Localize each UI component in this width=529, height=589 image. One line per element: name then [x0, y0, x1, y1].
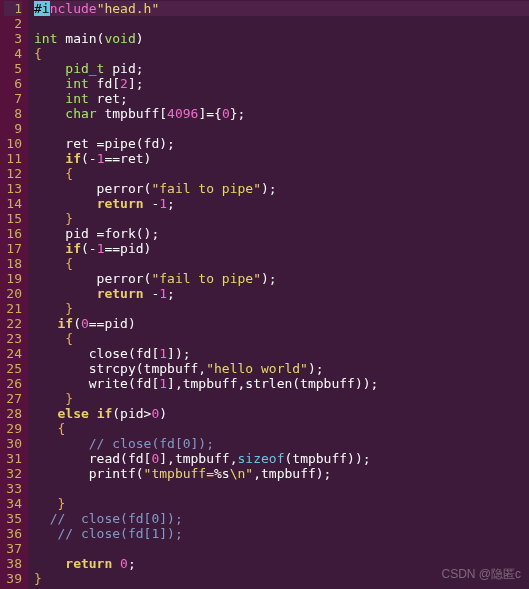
line-number-gutter: 1234567891011121314151617181920212223242… — [0, 0, 28, 589]
line-number: 19 — [4, 271, 22, 286]
code-line[interactable]: // close(fd[1]); — [34, 526, 529, 541]
code-line[interactable]: { — [34, 331, 529, 346]
line-number: 32 — [4, 466, 22, 481]
code-line[interactable] — [34, 121, 529, 136]
line-number: 2 — [4, 16, 22, 31]
code-line[interactable]: close(fd[1]); — [34, 346, 529, 361]
line-number: 20 — [4, 286, 22, 301]
code-line[interactable] — [34, 541, 529, 556]
code-line[interactable]: int ret; — [34, 91, 529, 106]
code-content[interactable]: #include"head.h"int main(void){ pid_t pi… — [28, 0, 529, 589]
line-number: 15 — [4, 211, 22, 226]
code-line[interactable]: pid =fork(); — [34, 226, 529, 241]
code-line[interactable]: char tmpbuff[4096]={0}; — [34, 106, 529, 121]
line-number: 25 — [4, 361, 22, 376]
line-number: 11 — [4, 151, 22, 166]
line-number: 33 — [4, 481, 22, 496]
line-number: 26 — [4, 376, 22, 391]
line-number: 29 — [4, 421, 22, 436]
code-line[interactable]: // close(fd[0]); — [34, 511, 529, 526]
code-line[interactable]: int main(void) — [34, 31, 529, 46]
line-number: 10 — [4, 136, 22, 151]
line-number: 38 — [4, 556, 22, 571]
line-number: 34 — [4, 496, 22, 511]
line-number: 30 — [4, 436, 22, 451]
code-line[interactable]: if(-1==ret) — [34, 151, 529, 166]
code-line[interactable]: // close(fd[0]); — [34, 436, 529, 451]
code-line[interactable]: perror("fail to pipe"); — [34, 181, 529, 196]
line-number: 21 — [4, 301, 22, 316]
line-number: 13 — [4, 181, 22, 196]
line-number: 31 — [4, 451, 22, 466]
code-line[interactable]: read(fd[0],tmpbuff,sizeof(tmpbuff)); — [34, 451, 529, 466]
line-number: 14 — [4, 196, 22, 211]
code-line[interactable]: int fd[2]; — [34, 76, 529, 91]
line-number: 3 — [4, 31, 22, 46]
line-number: 22 — [4, 316, 22, 331]
code-line[interactable]: printf("tmpbuff=%s\n",tmpbuff); — [34, 466, 529, 481]
code-line[interactable]: pid_t pid; — [34, 61, 529, 76]
code-line[interactable]: { — [34, 256, 529, 271]
code-line[interactable] — [34, 481, 529, 496]
line-number: 8 — [4, 106, 22, 121]
line-number: 24 — [4, 346, 22, 361]
code-line[interactable]: if(-1==pid) — [34, 241, 529, 256]
code-line[interactable]: #include"head.h" — [34, 1, 529, 16]
code-line[interactable]: else if(pid>0) — [34, 406, 529, 421]
line-number: 27 — [4, 391, 22, 406]
code-line[interactable]: write(fd[1],tmpbuff,strlen(tmpbuff)); — [34, 376, 529, 391]
line-number: 4 — [4, 46, 22, 61]
line-number: 9 — [4, 121, 22, 136]
line-number: 28 — [4, 406, 22, 421]
code-line[interactable]: } — [34, 211, 529, 226]
code-line[interactable]: } — [34, 301, 529, 316]
line-number: 1 — [4, 1, 22, 16]
code-line[interactable]: strcpy(tmpbuff,"hello world"); — [34, 361, 529, 376]
code-line[interactable]: if(0==pid) — [34, 316, 529, 331]
code-editor[interactable]: 1234567891011121314151617181920212223242… — [0, 0, 529, 589]
line-number: 36 — [4, 526, 22, 541]
code-line[interactable]: } — [34, 496, 529, 511]
line-number: 12 — [4, 166, 22, 181]
line-number: 7 — [4, 91, 22, 106]
code-line[interactable] — [34, 16, 529, 31]
watermark-text: CSDN @隐匿c — [441, 566, 521, 583]
code-line[interactable]: return -1; — [34, 286, 529, 301]
code-line[interactable]: { — [34, 421, 529, 436]
code-line[interactable]: { — [34, 46, 529, 61]
line-number: 17 — [4, 241, 22, 256]
code-line[interactable]: return -1; — [34, 196, 529, 211]
code-line[interactable]: ret =pipe(fd); — [34, 136, 529, 151]
code-line[interactable]: perror("fail to pipe"); — [34, 271, 529, 286]
line-number: 37 — [4, 541, 22, 556]
line-number: 18 — [4, 256, 22, 271]
line-number: 39 — [4, 571, 22, 586]
line-number: 16 — [4, 226, 22, 241]
code-line[interactable]: } — [34, 391, 529, 406]
code-line[interactable]: { — [34, 166, 529, 181]
line-number: 35 — [4, 511, 22, 526]
line-number: 23 — [4, 331, 22, 346]
line-number: 5 — [4, 61, 22, 76]
line-number: 6 — [4, 76, 22, 91]
